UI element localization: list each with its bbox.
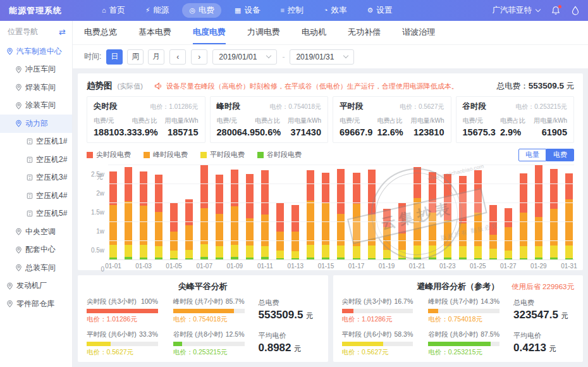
tab-7[interactable]: 谐波治理: [402, 21, 435, 44]
sidebar-item[interactable]: 冲压车间: [0, 61, 72, 79]
x-tick-label: 01-21: [409, 263, 426, 270]
nav-item-fee[interactable]: ◎电费: [182, 3, 221, 18]
sidebar-item[interactable]: 空压机2#: [0, 151, 72, 169]
mode-button[interactable]: 周: [127, 49, 144, 65]
collapse-sidebar-icon[interactable]: ⇄: [59, 27, 66, 37]
chart-legend: 尖时段电费峰时段电费平时段电费谷时段电费: [87, 150, 302, 159]
sidebar-item[interactable]: 焊装车间: [0, 78, 72, 97]
nav-item-label: 能源: [153, 5, 169, 16]
bar-segment: [261, 215, 269, 246]
legend-item[interactable]: 平时段电费: [200, 150, 245, 159]
notification-bell-icon[interactable]: [551, 6, 560, 15]
chart-bar[interactable]: [398, 203, 406, 260]
start-date-select[interactable]: 2019/01/01: [212, 49, 277, 65]
analysis-bar-item: 平时段 (共6小时)58.3%电价：0.5627元: [342, 330, 413, 357]
chart-bar[interactable]: 01-23: [444, 174, 451, 260]
sidebar-item[interactable]: 动力部: [0, 115, 72, 133]
toggle-option[interactable]: 电量: [518, 149, 546, 161]
tab-5[interactable]: 电动机: [302, 21, 326, 44]
period-stat: 电费占比50.6%: [255, 116, 286, 137]
chart-bar[interactable]: 01-31: [565, 173, 573, 260]
nav-item-energy[interactable]: ⚡能源: [138, 3, 176, 18]
sidebar-item[interactable]: 空压机3#: [0, 169, 72, 187]
nav-item-device[interactable]: ▦设备: [228, 3, 267, 18]
legend-item[interactable]: 谷时段电费: [257, 150, 302, 159]
chart-bar[interactable]: 01-15: [322, 173, 329, 260]
nav-item-home[interactable]: ⌂首页: [95, 3, 132, 18]
chart-bar[interactable]: 01-29: [535, 165, 542, 260]
date-separator: -: [282, 53, 285, 61]
tab-4[interactable]: 力调电费: [247, 21, 280, 44]
bar-segment: [170, 251, 178, 259]
chart-bar[interactable]: 01-27: [505, 208, 512, 260]
bar-segment: [489, 205, 497, 234]
legend-item[interactable]: 峰时段电费: [144, 150, 188, 159]
end-date-select[interactable]: 2019/01/31: [290, 49, 354, 65]
chart-bar[interactable]: 01-03: [140, 171, 147, 260]
chart-bar[interactable]: 01-21: [413, 167, 421, 259]
chart-bar[interactable]: [276, 203, 284, 260]
bar-segment: [246, 246, 254, 258]
sidebar-item[interactable]: 涂装车间: [0, 97, 72, 115]
chart-bar[interactable]: 01-01: [109, 171, 117, 260]
mode-button[interactable]: 月: [148, 49, 164, 65]
chart-bar[interactable]: [185, 199, 193, 260]
app-title: 能源管理系统: [9, 5, 62, 16]
legend-label: 峰时段电费: [153, 150, 188, 159]
sidebar-item[interactable]: 汽车制造中心: [0, 42, 72, 61]
chart-bar[interactable]: [520, 173, 527, 260]
sidebar-item[interactable]: 空压机1#: [0, 133, 72, 151]
chart-bar[interactable]: [155, 175, 162, 260]
water-drop-icon[interactable]: [572, 6, 579, 15]
period-stat-label: 电费占比: [132, 116, 162, 125]
nav-item-control[interactable]: ≡控制: [273, 3, 310, 18]
sidebar-item[interactable]: 空压机4#: [0, 187, 72, 205]
legend-item[interactable]: 尖时段电费: [87, 150, 131, 159]
next-period-button[interactable]: ›: [191, 49, 207, 65]
chart-bar[interactable]: [125, 167, 132, 260]
progress-fill: [428, 309, 438, 313]
bar-segment: [231, 206, 238, 245]
chart-bar[interactable]: [459, 176, 467, 260]
analysis-bar-price: 电价：1.01286元: [342, 315, 413, 324]
chart-bar[interactable]: 01-05: [170, 203, 178, 260]
analysis-bar-price: 电价：0.5627元: [87, 348, 158, 357]
chart-bar[interactable]: [216, 175, 223, 260]
legend-swatch: [200, 152, 207, 158]
tab-3[interactable]: 电度电费: [193, 21, 226, 44]
nav-item-efficiency[interactable]: ◔效率: [317, 3, 354, 18]
prev-period-button[interactable]: ‹: [169, 49, 186, 65]
nav-item-settings[interactable]: ⚙设置: [360, 3, 399, 18]
bar-segment: [550, 169, 558, 209]
analysis-total-item: 平均电价0.8982 元: [259, 331, 319, 354]
company-dropdown[interactable]: 广汽菲亚特: [493, 5, 541, 16]
sidebar-item[interactable]: 配套中心: [0, 241, 72, 259]
location-pin-icon: [15, 84, 22, 91]
gridline: [108, 259, 574, 260]
progress-track: [428, 342, 499, 346]
legend-label: 谷时段电费: [267, 150, 302, 159]
period-stats: 电费/元15675.3电费占比2.9%用电量/kWh61905: [463, 116, 568, 137]
bar-segment: [140, 206, 147, 245]
chart-bar[interactable]: 01-13: [291, 205, 299, 260]
period-head: 平时段电价：0.5627元: [340, 101, 444, 112]
announcement: 设备尽量在峰段（高电价）时刻检修，在平或谷（低电价）生产运行，合理使用电源降低成…: [154, 82, 492, 91]
tab-1[interactable]: 电费总览: [84, 21, 117, 44]
sidebar-item[interactable]: 空压机5#: [0, 205, 72, 223]
y-tick-label: 2w: [96, 190, 104, 197]
chart-bar[interactable]: [489, 205, 497, 259]
chart-bar[interactable]: [337, 169, 345, 260]
chart-bar[interactable]: [429, 172, 436, 260]
sidebar-item[interactable]: 发动机厂: [0, 277, 72, 295]
chart-bar[interactable]: [246, 174, 254, 260]
tab-2[interactable]: 基本电费: [138, 21, 171, 44]
tab-6[interactable]: 无功补偿: [348, 21, 381, 44]
mode-button[interactable]: 日: [106, 49, 123, 65]
sidebar-item[interactable]: 总装车间: [0, 259, 72, 277]
toggle-option[interactable]: 电费: [546, 149, 574, 161]
sidebar-item[interactable]: 零件部仓库: [0, 295, 72, 313]
chart-bar[interactable]: 01-17: [353, 173, 360, 260]
sidebar-item[interactable]: 中央空调: [0, 223, 72, 241]
chart-bar[interactable]: 01-19: [383, 209, 391, 259]
chart-bar[interactable]: 01-07: [200, 165, 208, 260]
